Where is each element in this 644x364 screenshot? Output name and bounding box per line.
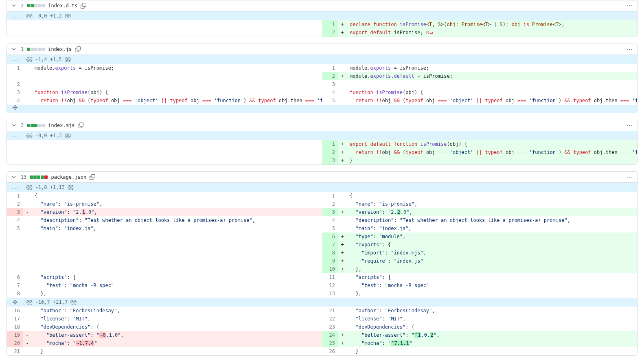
file-name[interactable]: index.mjs — [48, 123, 74, 128]
line-number-left[interactable]: 1 — [7, 64, 23, 72]
diff-row: 16 "author": "ForbesLindesay",21 "author… — [7, 307, 637, 315]
code-right: "require": "index.js" — [346, 257, 637, 265]
line-number-left[interactable]: 6 — [7, 273, 23, 281]
hunk-ellipsis[interactable]: ... — [7, 55, 23, 64]
line-number-left[interactable]: 18 — [7, 323, 23, 331]
line-number-right[interactable]: 10 — [322, 265, 338, 273]
diff-row: 23 — [7, 80, 637, 88]
line-number-right[interactable]: 6 — [322, 232, 338, 241]
diff-marker-left — [23, 29, 31, 37]
code-left — [31, 80, 322, 88]
line-number-left[interactable]: 4 — [7, 96, 23, 105]
file-name[interactable]: index.js — [48, 46, 72, 52]
diff-marker-left — [23, 140, 31, 148]
diff-marker-left — [23, 232, 31, 241]
diff-marker-left — [23, 20, 31, 29]
line-number-right[interactable]: 24 — [322, 331, 338, 339]
diff-marker-right — [338, 273, 346, 281]
line-number-left[interactable]: 5 — [7, 224, 23, 232]
code-left — [31, 232, 322, 241]
chevron-down-icon[interactable] — [11, 174, 17, 180]
line-number-left — [7, 156, 23, 164]
line-number-left[interactable]: 3 — [7, 208, 23, 216]
file-header: 3index.mjs··· — [7, 120, 637, 131]
line-number-left[interactable] — [7, 249, 23, 257]
line-number-left[interactable]: 2 — [7, 80, 23, 88]
line-number-right[interactable]: 5 — [322, 96, 338, 105]
line-number-right[interactable]: 2 — [322, 148, 338, 156]
line-number-right[interactable]: 5 — [322, 224, 338, 232]
hunk-ellipsis[interactable]: ... — [7, 11, 23, 20]
diff-marker-left — [23, 216, 31, 224]
line-number-right[interactable]: 3 — [322, 156, 338, 164]
line-number-right[interactable]: 22 — [322, 315, 338, 323]
expand-icon[interactable] — [7, 299, 23, 305]
line-number-left[interactable] — [7, 241, 23, 249]
line-number-right[interactable]: 4 — [322, 216, 338, 224]
diff-marker-left — [23, 323, 31, 331]
line-number-right[interactable]: 2 — [322, 200, 338, 208]
line-number-right[interactable]: 2 — [322, 72, 338, 80]
line-number-left[interactable]: 21 — [7, 347, 23, 355]
line-number-left[interactable]: 20 — [7, 339, 23, 347]
line-number-left[interactable] — [7, 72, 23, 80]
diff-row: 2+ return !!obj && (typeof obj === 'obje… — [7, 148, 637, 156]
hunk-ellipsis[interactable]: ... — [7, 183, 23, 192]
line-number-left[interactable]: 3 — [7, 88, 23, 96]
line-number-right[interactable]: 7 — [322, 241, 338, 249]
diff-marker-right — [338, 216, 346, 224]
line-number-left[interactable] — [7, 257, 23, 265]
code-right: "devDependencies": { — [346, 323, 637, 331]
diff-marker-right: + — [338, 331, 346, 339]
line-number-right[interactable]: 21 — [322, 307, 338, 315]
chevron-down-icon[interactable] — [11, 46, 17, 52]
diff-row: 7 "test": "mocha -R spec"12 "test": "moc… — [7, 281, 637, 289]
line-number-left[interactable]: 16 — [7, 307, 23, 315]
line-number-left[interactable] — [7, 232, 23, 241]
line-number-right[interactable]: 23 — [322, 323, 338, 331]
expand-icon[interactable] — [7, 105, 23, 113]
hunk-ellipsis[interactable]: ... — [7, 131, 23, 140]
diff-row: 5 "main": "index.js",5 "main": "index.js… — [7, 224, 637, 232]
line-number-right[interactable]: 26 — [322, 347, 338, 355]
line-number-right[interactable]: 25 — [322, 339, 338, 347]
line-number-right[interactable]: 13 — [322, 289, 338, 298]
copy-icon[interactable] — [78, 123, 83, 128]
kebab-icon[interactable]: ··· — [626, 123, 633, 128]
line-number-left[interactable]: 4 — [7, 216, 23, 224]
chevron-down-icon[interactable] — [11, 3, 17, 9]
line-number-right[interactable]: 3 — [322, 208, 338, 216]
code-left — [31, 241, 322, 249]
file-name[interactable]: package.json — [51, 174, 86, 180]
kebab-icon[interactable]: ··· — [626, 46, 633, 52]
diff-row: 17 "license": "MIT",22 "license": "MIT", — [7, 315, 637, 323]
copy-icon[interactable] — [90, 174, 95, 180]
line-number-right[interactable]: 1 — [322, 192, 338, 200]
line-number-left[interactable]: 7 — [7, 281, 23, 289]
line-number-left[interactable]: 1 — [7, 192, 23, 200]
line-number-left[interactable]: 2 — [7, 200, 23, 208]
kebab-icon[interactable]: ··· — [626, 3, 633, 9]
diff-marker-right — [338, 80, 346, 88]
copy-icon[interactable] — [75, 46, 81, 52]
copy-icon[interactable] — [81, 3, 86, 9]
line-number-right[interactable]: 1 — [322, 20, 338, 29]
line-number-right[interactable]: 2 — [322, 29, 338, 37]
line-number-right[interactable]: 3 — [322, 80, 338, 88]
line-number-right[interactable]: 1 — [322, 140, 338, 148]
chevron-down-icon[interactable] — [11, 123, 17, 128]
line-number-left[interactable] — [7, 265, 23, 273]
line-number-left[interactable]: 8 — [7, 289, 23, 298]
code-left: return !!obj && (typeof obj === 'object'… — [31, 96, 322, 105]
line-number-right[interactable]: 4 — [322, 88, 338, 96]
line-number-right[interactable]: 12 — [322, 281, 338, 289]
line-number-right[interactable]: 8 — [322, 249, 338, 257]
line-number-left[interactable]: 17 — [7, 315, 23, 323]
line-number-right[interactable]: 11 — [322, 273, 338, 281]
kebab-icon[interactable]: ··· — [626, 174, 633, 180]
line-number-right[interactable]: 9 — [322, 257, 338, 265]
line-number-right[interactable]: 1 — [322, 64, 338, 72]
diff-marker-left — [23, 200, 31, 208]
line-number-left[interactable]: 19 — [7, 331, 23, 339]
file-name[interactable]: index.d.ts — [48, 3, 77, 9]
